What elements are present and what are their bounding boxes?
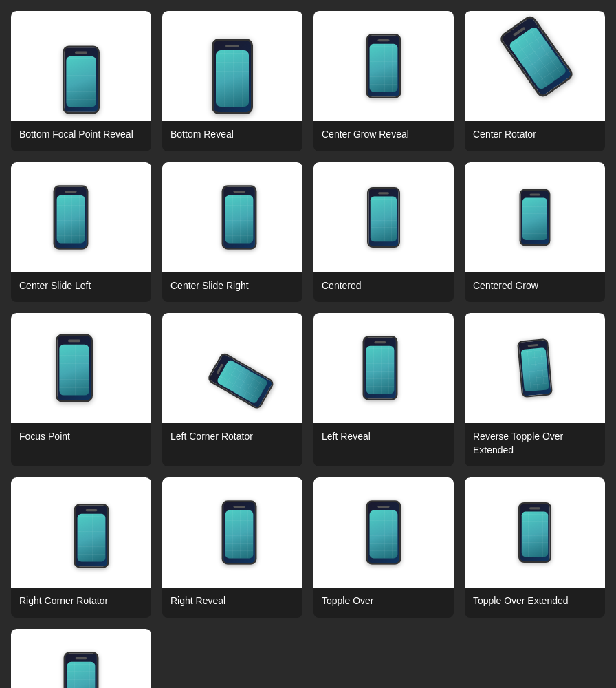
phone-screen [522,197,547,240]
phone-mockup [367,187,400,248]
phone-screen [59,345,89,396]
preview-right-reveal [162,477,302,588]
preview-left-reveal [314,313,454,423]
preview-center-slide-right [162,162,302,272]
card-topple-over-reverse[interactable]: Topple Over Reverse [11,629,151,688]
phone-mockup [206,352,275,411]
card-focus-point[interactable]: Focus Point [11,313,151,466]
label-bottom-reveal: Bottom Reveal [162,121,302,151]
phone-mockup [498,14,575,100]
label-center-rotator: Center Rotator [465,121,605,151]
card-right-reveal[interactable]: Right Reveal [162,477,302,618]
phone-screen [66,56,96,107]
phone-screen [216,359,268,405]
phone-screen [78,514,106,562]
preview-bottom-reveal [162,11,302,121]
card-reverse-topple-over-extended[interactable]: Reverse Topple Over Extended [465,313,605,466]
card-centered[interactable]: Centered [314,162,454,303]
label-bottom-focal-point-reveal: Bottom Focal Point Reveal [11,121,151,151]
phone-mockup [520,189,551,246]
phone-mockup [56,334,93,402]
phone-screen [522,512,548,557]
preview-center-slide-left [11,162,151,272]
preview-focus-point [11,313,151,423]
card-topple-over[interactable]: Topple Over [314,477,454,618]
phone-mockup [74,504,109,569]
card-left-reveal[interactable]: Left Reveal [314,313,454,466]
label-reverse-topple-over-extended: Reverse Topple Over Extended [465,423,605,466]
preview-centered-grow [465,162,605,272]
card-center-rotator[interactable]: Center Rotator [465,11,605,151]
label-left-reveal: Left Reveal [314,423,454,453]
card-topple-over-extended[interactable]: Topple Over Extended [465,477,605,618]
card-center-grow-reveal[interactable]: Center Grow Reveal [314,11,454,151]
label-right-reveal: Right Reveal [162,588,302,618]
phone-screen [508,25,567,91]
card-center-slide-left[interactable]: Center Slide Left [11,162,151,303]
preview-centered [314,162,454,272]
phone-mockup [222,185,257,250]
phone-screen [226,195,254,243]
phone-screen [370,44,398,92]
phone-mockup [366,501,402,566]
phone-screen [57,195,85,243]
preview-topple-over-extended [465,477,605,588]
label-center-slide-right: Center Slide Right [162,272,302,303]
label-right-corner-rotator: Right Corner Rotator [11,588,151,618]
preview-center-grow-reveal [314,11,454,121]
label-topple-over: Topple Over [314,588,454,618]
label-left-corner-rotator: Left Corner Rotator [162,423,302,453]
label-centered: Centered [314,272,454,303]
card-center-slide-right[interactable]: Center Slide Right [162,162,302,303]
preview-reverse-topple-over-extended [465,313,605,423]
card-bottom-focal-point-reveal[interactable]: Bottom Focal Point Reveal [11,11,151,151]
preview-right-corner-rotator [11,477,151,588]
phone-screen [370,510,398,559]
label-center-grow-reveal: Center Grow Reveal [314,121,454,151]
preview-left-corner-rotator [162,313,302,423]
label-centered-grow: Centered Grow [465,272,605,303]
phone-mockup [63,46,100,114]
phone-screen [226,510,254,559]
phone-mockup [363,336,398,400]
phone-mockup [517,338,553,398]
phone-mockup [518,502,551,563]
preview-topple-over [314,477,454,588]
preview-bottom-focal-point-reveal [11,11,151,121]
phone-screen [67,662,96,688]
card-bottom-reveal[interactable]: Bottom Reveal [162,11,302,151]
label-topple-over-extended: Topple Over Extended [465,588,605,618]
phone-screen [521,347,549,391]
card-left-corner-rotator[interactable]: Left Corner Rotator [162,313,302,466]
phone-mockup [54,185,89,250]
preview-center-rotator [465,11,605,121]
card-right-corner-rotator[interactable]: Right Corner Rotator [11,477,151,618]
phone-screen [366,346,395,394]
phone-mockup [222,501,257,566]
phone-mockup [64,652,99,688]
phone-mockup [212,39,253,114]
preview-topple-over-reverse [11,629,151,688]
label-focus-point: Focus Point [11,423,151,453]
card-centered-grow[interactable]: Centered Grow [465,162,605,303]
label-center-slide-left: Center Slide Left [11,272,151,303]
phone-screen [371,196,397,241]
phone-mockup [366,34,402,98]
animations-grid: Bottom Focal Point RevealBottom RevealCe… [11,11,605,688]
phone-screen [216,50,249,107]
